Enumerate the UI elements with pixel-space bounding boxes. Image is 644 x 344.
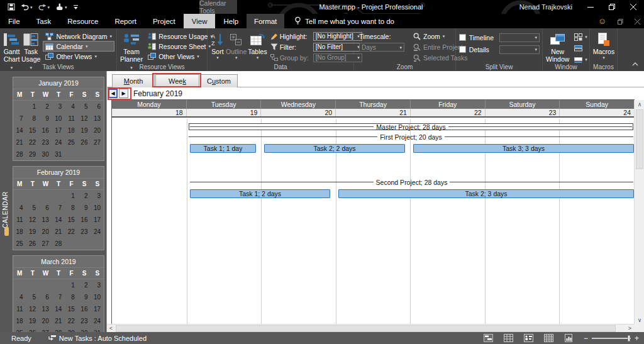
mini-calendar-day[interactable] — [39, 190, 52, 202]
mini-calendar-day[interactable]: 4 — [13, 202, 26, 214]
other-views-resource-button[interactable]: Other Views▾ — [146, 52, 214, 61]
task-usage-view-shortcut[interactable] — [503, 334, 514, 342]
mini-calendar-day[interactable]: 10 — [91, 202, 104, 214]
mini-calendar-day[interactable]: 23 — [78, 226, 91, 238]
new-tasks-mode-button[interactable]: New Tasks : Auto Scheduled — [48, 335, 147, 342]
zoom-slider[interactable]: − + — [584, 335, 639, 342]
mini-calendar-day[interactable]: 23 — [39, 136, 52, 148]
feedback-smiley-icon[interactable]: ☺ — [598, 17, 606, 25]
mini-calendar-day[interactable]: 3 — [91, 190, 104, 202]
mini-calendar-day[interactable]: 28 — [52, 238, 65, 250]
zoom-slider-handle[interactable] — [628, 335, 630, 341]
mini-calendar-day[interactable]: 3 — [52, 101, 65, 113]
network-diagram-button[interactable]: Network Diagram▾ — [43, 31, 114, 41]
mini-calendar-day[interactable]: 9 — [78, 202, 91, 214]
mini-calendar-day[interactable]: 23 — [78, 315, 91, 327]
mini-calendar-march[interactable]: March 2019MTWTFSS12345678910111213141516… — [13, 255, 104, 332]
mini-calendar-day[interactable] — [26, 190, 40, 202]
switch-windows-button[interactable]: ▾ — [572, 32, 589, 42]
mini-calendar-day[interactable] — [65, 238, 78, 250]
mini-calendar-day[interactable]: 19 — [26, 226, 40, 238]
task-bar-task1-2days[interactable]: Task 1; 2 days — [190, 189, 330, 198]
mini-calendar-day[interactable]: 17 — [52, 125, 65, 136]
mini-calendar-day[interactable]: 30 — [39, 148, 52, 160]
mini-calendar-day[interactable]: 27 — [39, 327, 52, 332]
details-combobox[interactable]: ▾ — [499, 45, 540, 54]
second-project-summary[interactable]: Second Project; 28 days — [190, 178, 633, 186]
scroll-down-arrow[interactable]: ∨ — [635, 316, 644, 324]
mini-calendar-day[interactable]: 1 — [26, 101, 40, 113]
mini-calendar-day[interactable]: 5 — [78, 101, 91, 113]
tab-project[interactable]: Project — [145, 14, 184, 28]
mini-calendar-day[interactable] — [52, 279, 65, 291]
mini-calendar-february[interactable]: February 2019MTWTFSS12345678910111213141… — [13, 166, 104, 250]
mini-calendar-day[interactable]: 24 — [91, 315, 104, 327]
mini-calendar-day[interactable]: 4 — [65, 101, 78, 113]
close-document-window-icon[interactable] — [635, 16, 640, 27]
mini-calendar-day[interactable]: 2 — [39, 101, 52, 113]
restore-button[interactable] — [601, 0, 623, 14]
mini-calendar-day[interactable]: 21 — [52, 315, 65, 327]
restore-document-window-icon[interactable] — [618, 16, 623, 27]
mini-calendar-day[interactable] — [13, 101, 26, 113]
hide-window-button[interactable]: ▾ — [572, 55, 589, 64]
mini-calendar-day[interactable]: 9 — [78, 291, 91, 303]
mini-calendar-day[interactable] — [52, 190, 65, 202]
mini-calendar-day[interactable]: 25 — [13, 327, 26, 332]
mini-calendar-day[interactable] — [91, 238, 104, 250]
mini-calendar-day[interactable]: 29 — [26, 148, 40, 160]
mini-calendar-day[interactable]: 24 — [52, 136, 65, 148]
previous-week-button[interactable]: ◀ — [108, 89, 118, 98]
tab-file[interactable]: File — [0, 14, 28, 28]
mini-calendar-day[interactable]: 8 — [65, 291, 78, 303]
mini-calendar-day[interactable] — [91, 148, 104, 160]
mini-calendar-day[interactable]: 31 — [91, 327, 104, 332]
mini-calendar-day[interactable]: 21 — [13, 136, 26, 148]
customize-qat-button[interactable] — [73, 4, 79, 10]
timeline-checkbox[interactable] — [459, 34, 466, 41]
mini-calendar-day[interactable]: 13 — [39, 214, 52, 226]
mini-calendar-day[interactable]: 22 — [65, 226, 78, 238]
collapse-ribbon-button[interactable] — [632, 57, 638, 69]
undo-button[interactable]: ▾ — [21, 4, 33, 11]
mini-calendar-day[interactable]: 11 — [13, 214, 26, 226]
mini-calendar-day[interactable] — [13, 190, 26, 202]
mini-calendar-day[interactable]: 6 — [39, 291, 52, 303]
mini-calendar-day[interactable]: 12 — [78, 113, 91, 125]
mini-calendar-day[interactable]: 8 — [65, 202, 78, 214]
arrange-all-button[interactable] — [572, 43, 589, 53]
mini-calendar-day[interactable]: 8 — [26, 113, 40, 125]
mini-calendar-day[interactable]: 5 — [26, 291, 40, 303]
timeline-combobox[interactable]: ▾ — [499, 33, 540, 42]
mini-calendar-day[interactable]: 14 — [52, 303, 65, 315]
scroll-up-arrow[interactable]: ∧ — [635, 100, 644, 108]
mini-calendar-day[interactable]: 6 — [91, 101, 104, 113]
undo-dropdown-arrow[interactable]: ▾ — [30, 5, 33, 9]
gantt-chart-view-shortcut[interactable] — [483, 334, 494, 342]
tab-view[interactable]: View — [184, 14, 216, 28]
mini-calendar-day[interactable]: 21 — [52, 226, 65, 238]
zoom-in-button[interactable]: + — [635, 335, 639, 342]
date-cell[interactable]: 23 — [485, 109, 560, 116]
mini-calendar-day[interactable]: 4 — [13, 291, 26, 303]
mini-calendar-day[interactable]: 2 — [78, 279, 91, 291]
mini-calendar-day[interactable]: 1 — [65, 190, 78, 202]
mini-calendar-day[interactable]: 28 — [13, 148, 26, 160]
mini-calendar-day[interactable]: 13 — [39, 303, 52, 315]
resource-sheet-button[interactable]: Resource Sheet▾ — [146, 42, 214, 51]
first-project-summary[interactable]: First Project; 20 days — [189, 133, 633, 141]
date-cell[interactable]: 22 — [410, 109, 485, 116]
mini-calendar-day[interactable]: 27 — [39, 238, 52, 250]
mini-calendar-day[interactable]: 7 — [52, 291, 65, 303]
mini-calendar-day[interactable]: 3 — [91, 279, 104, 291]
mini-calendar-day[interactable]: 16 — [78, 214, 91, 226]
mini-calendar-day[interactable] — [39, 279, 52, 291]
tab-resource[interactable]: Resource — [59, 14, 106, 28]
mini-calendar-day[interactable]: 6 — [39, 202, 52, 214]
signed-in-user[interactable]: Nenad Trajkovski — [519, 0, 572, 14]
vertical-scrollbar[interactable]: ∧ ∨ — [634, 100, 644, 324]
mini-calendar-day[interactable]: 13 — [91, 113, 104, 125]
mini-calendar-day[interactable]: 16 — [39, 125, 52, 136]
mini-calendar-day[interactable]: 18 — [13, 315, 26, 327]
mini-calendar-day[interactable]: 15 — [65, 214, 78, 226]
